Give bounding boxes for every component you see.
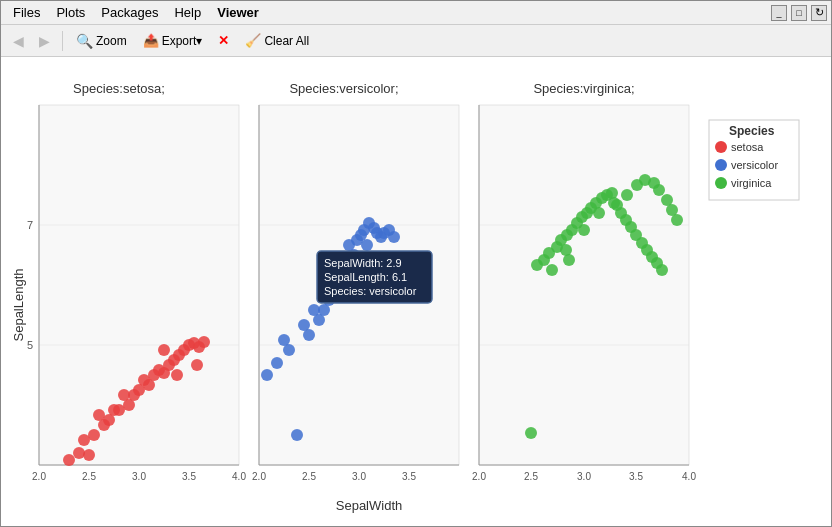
svg-point-135: [715, 177, 727, 189]
svg-point-55: [171, 369, 183, 381]
menubar: Files Plots Packages Help Viewer _ □ ↻: [1, 1, 831, 25]
svg-point-57: [108, 404, 120, 416]
svg-point-83: [298, 319, 310, 331]
svg-point-124: [621, 189, 633, 201]
legend-virginica: virginica: [731, 177, 772, 189]
toolbar: ◀ ▶ 🔍 Zoom 📤 Export▾ ✕ 🧹 Clear All: [1, 25, 831, 57]
svg-point-85: [271, 357, 283, 369]
svg-text:3.0: 3.0: [132, 471, 146, 482]
window-controls: _ □ ↻: [771, 5, 827, 21]
svg-point-107: [606, 187, 618, 199]
clear-item-button[interactable]: ✕: [212, 31, 235, 50]
svg-point-123: [608, 197, 620, 209]
svg-point-62: [291, 429, 303, 441]
menu-plots[interactable]: Plots: [48, 3, 93, 22]
clear-all-label: Clear All: [264, 34, 309, 48]
svg-text:3.5: 3.5: [629, 471, 643, 482]
clear-all-button[interactable]: 🧹 Clear All: [239, 31, 315, 50]
svg-point-54: [191, 359, 203, 371]
back-button[interactable]: ◀: [7, 30, 29, 52]
minimize-button[interactable]: _: [771, 5, 787, 21]
svg-text:5: 5: [27, 339, 33, 351]
svg-point-91: [388, 231, 400, 243]
clear-item-icon: ✕: [218, 33, 229, 48]
menu-help[interactable]: Help: [166, 3, 209, 22]
svg-point-60: [63, 454, 75, 466]
svg-text:3.5: 3.5: [402, 471, 416, 482]
svg-rect-1: [39, 105, 239, 465]
svg-point-56: [118, 389, 130, 401]
svg-point-133: [715, 141, 727, 153]
refresh-button[interactable]: ↻: [811, 5, 827, 21]
legend-setosa: setosa: [731, 141, 764, 153]
maximize-button[interactable]: □: [791, 5, 807, 21]
svg-text:2.5: 2.5: [524, 471, 538, 482]
svg-text:3.0: 3.0: [352, 471, 366, 482]
x-axis-label: SepalWidth: [336, 498, 402, 513]
zoom-label: Zoom: [96, 34, 127, 48]
svg-point-32: [83, 449, 95, 461]
facet-label-virginica: Species:virginica;: [533, 81, 634, 96]
menu-files[interactable]: Files: [5, 3, 48, 22]
tooltip-line2: SepalLength: 6.1: [324, 271, 407, 283]
legend-title: Species: [729, 124, 775, 138]
svg-point-47: [158, 344, 170, 356]
svg-point-82: [308, 304, 320, 316]
svg-point-59: [78, 434, 90, 446]
y-axis-label: SepalLength: [11, 268, 26, 341]
svg-text:4.0: 4.0: [232, 471, 246, 482]
forward-button[interactable]: ▶: [33, 30, 55, 52]
svg-point-80: [361, 239, 373, 251]
tooltip-line3: Species: versicolor: [324, 285, 417, 297]
svg-rect-22: [479, 105, 689, 465]
svg-text:2.5: 2.5: [82, 471, 96, 482]
zoom-icon: 🔍: [76, 33, 93, 49]
svg-point-122: [593, 207, 605, 219]
export-button[interactable]: 📤 Export▾: [137, 31, 209, 50]
export-icon: 📤: [143, 33, 159, 48]
zoom-button[interactable]: 🔍 Zoom: [70, 31, 133, 51]
svg-point-87: [278, 334, 290, 346]
svg-point-131: [671, 214, 683, 226]
facet-label-setosa: Species:setosa;: [73, 81, 165, 96]
svg-point-121: [578, 224, 590, 236]
svg-point-53: [198, 336, 210, 348]
tooltip-line1: SepalWidth: 2.9: [324, 257, 402, 269]
svg-point-120: [563, 254, 575, 266]
svg-text:2.0: 2.0: [472, 471, 486, 482]
svg-text:3.0: 3.0: [577, 471, 591, 482]
svg-text:2.0: 2.0: [252, 471, 266, 482]
plot-area: Species:setosa; Species:versicolor; Spec…: [1, 57, 831, 526]
svg-text:4.0: 4.0: [682, 471, 696, 482]
scatter-plot: Species:setosa; Species:versicolor; Spec…: [9, 65, 809, 515]
svg-text:7: 7: [27, 219, 33, 231]
legend-versicolor: versicolor: [731, 159, 778, 171]
main-window: Files Plots Packages Help Viewer _ □ ↻ ◀…: [0, 0, 832, 527]
svg-text:2.5: 2.5: [302, 471, 316, 482]
svg-point-61: [73, 447, 85, 459]
facet-label-versicolor: Species:versicolor;: [289, 81, 398, 96]
menu-viewer[interactable]: Viewer: [209, 3, 267, 22]
svg-point-128: [653, 184, 665, 196]
export-label: Export▾: [162, 34, 203, 48]
svg-point-134: [715, 159, 727, 171]
svg-point-117: [656, 264, 668, 276]
broom-icon: 🧹: [245, 33, 261, 48]
svg-text:2.0: 2.0: [32, 471, 46, 482]
menu-packages[interactable]: Packages: [93, 3, 166, 22]
svg-point-119: [546, 264, 558, 276]
svg-point-92: [525, 427, 537, 439]
separator-1: [62, 31, 63, 51]
svg-text:3.5: 3.5: [182, 471, 196, 482]
svg-point-86: [261, 369, 273, 381]
svg-point-58: [98, 419, 110, 431]
